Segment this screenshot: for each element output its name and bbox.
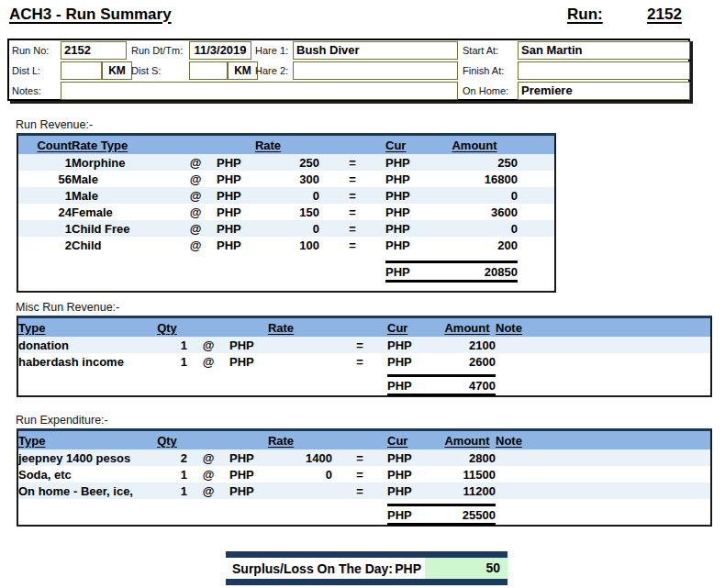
spacer — [518, 171, 554, 187]
cell-note — [496, 466, 633, 483]
finish-at-field[interactable] — [518, 61, 690, 80]
cell-rate: 150 — [268, 204, 319, 220]
surplus-value: 50 — [425, 558, 508, 579]
table-header-row: Count Rate Type Rate Cur Amount — [18, 136, 554, 154]
cell-note — [496, 337, 633, 353]
spacer — [187, 431, 229, 449]
cell-at: @ — [174, 220, 217, 237]
spacer-row — [18, 282, 554, 294]
total-amount: 4700 — [439, 376, 496, 395]
cell-cur: PHP — [385, 187, 431, 204]
run-dt-field[interactable]: 11/3/2019 — [189, 41, 251, 60]
cell-at: @ — [174, 171, 217, 187]
col-header-type: Type — [18, 431, 147, 449]
cell-rate-cur: PHP — [229, 337, 281, 353]
surplus-currency: PHP — [395, 561, 425, 576]
cell-cur: PHP — [385, 220, 431, 237]
table-header-row: Type Qty Rate Cur Amount Note — [18, 318, 710, 337]
cell-rate — [281, 353, 332, 370]
table-row: On home - Beer, ice, 1 @ PHP = PHP 11200 — [18, 483, 710, 499]
spacer — [518, 204, 554, 220]
cell-count: 1 — [18, 220, 72, 237]
cell-rate-cur: PHP — [217, 187, 268, 204]
cell-eq: = — [332, 337, 387, 353]
table-row: 1 Morphine @ PHP 250 = PHP 250 — [18, 154, 554, 171]
start-at-field[interactable]: San Martin — [518, 41, 690, 60]
cell-rate-cur: PHP — [217, 154, 268, 171]
misc-revenue-section-label: Misc Run Revenue:- — [16, 301, 119, 314]
spacer — [633, 466, 710, 483]
spacer — [174, 136, 217, 154]
cell-eq: = — [332, 353, 387, 370]
cell-eq: = — [332, 483, 387, 499]
total-cur: PHP — [387, 376, 439, 395]
spacer — [18, 376, 387, 395]
spacer — [18, 395, 710, 402]
cell-at: @ — [174, 154, 217, 171]
cell-rate-type: Child — [72, 237, 174, 253]
cell-cur: PHP — [387, 337, 439, 353]
on-home-label: On Home: — [463, 85, 508, 96]
spacer — [633, 318, 710, 337]
table-header-row: Type Qty Rate Cur Amount Note — [18, 431, 710, 449]
cell-eq: = — [319, 220, 385, 237]
misc-revenue-table: Type Qty Rate Cur Amount Note donation 1… — [17, 316, 712, 397]
cell-rate-cur: PHP — [229, 449, 281, 466]
spacer — [633, 353, 710, 370]
cell-eq: = — [332, 449, 387, 466]
cell-cur: PHP — [387, 449, 439, 466]
notes-label: Notes: — [12, 85, 41, 96]
run-summary-page: ACH3 - Run Summary Run: 2152 Run No: 215… — [0, 0, 725, 588]
col-header-cur: Cur — [387, 431, 439, 449]
cell-amount: 3600 — [431, 204, 518, 220]
cell-rate: 0 — [268, 187, 319, 204]
cell-qty: 1 — [147, 483, 187, 499]
cell-cur: PHP — [385, 154, 431, 171]
cell-cur: PHP — [385, 237, 431, 253]
cell-note — [496, 483, 633, 499]
cell-cur: PHP — [387, 483, 439, 499]
total-row: PHP 4700 — [18, 376, 710, 395]
run-number: 2152 — [637, 6, 692, 24]
cell-rate: 100 — [268, 237, 319, 253]
cell-type: On home - Beer, ice, — [18, 483, 147, 499]
finish-at-label: Finish At: — [463, 65, 504, 76]
dist-l-field[interactable] — [61, 61, 102, 80]
cell-eq: = — [319, 187, 385, 204]
run-label: Run: — [567, 6, 603, 24]
notes-field[interactable] — [61, 82, 458, 100]
col-header-rate-type: Rate Type — [72, 136, 174, 154]
cell-cur: PHP — [387, 353, 439, 370]
total-cur: PHP — [385, 262, 431, 282]
table-row: 56 Male @ PHP 300 = PHP 16800 — [18, 171, 554, 187]
cell-rate-type: Female — [72, 204, 174, 220]
on-home-field[interactable]: Premiere — [518, 82, 690, 100]
cell-cur: PHP — [385, 171, 431, 187]
cell-at: @ — [187, 466, 229, 483]
cell-amount: 2100 — [439, 337, 496, 353]
cell-amount: 250 — [431, 154, 518, 171]
spacer — [18, 525, 710, 531]
table-row: jeepney 1400 pesos 2 @ PHP 1400 = PHP 28… — [18, 449, 710, 466]
cell-amount: 0 — [431, 187, 518, 204]
cell-amount: 2800 — [439, 449, 496, 466]
run-no-field[interactable]: 2152 — [61, 41, 127, 60]
km-label-l: KM — [102, 61, 132, 80]
cell-qty: 1 — [147, 337, 187, 353]
hare1-field[interactable]: Bush Diver — [293, 41, 458, 60]
hare2-field[interactable] — [293, 61, 458, 80]
spacer — [18, 505, 387, 525]
surplus-label: Surplus/Loss On The Day: — [226, 561, 393, 576]
cell-type: jeepney 1400 pesos — [18, 449, 147, 466]
spacer — [518, 136, 554, 154]
dist-s-field[interactable] — [189, 61, 228, 80]
total-amount: 25500 — [439, 505, 496, 525]
cell-amount: 11200 — [439, 483, 496, 499]
run-no-label: Run No: — [12, 45, 49, 56]
cell-rate-cur: PHP — [217, 171, 268, 187]
col-header-rate: Rate — [229, 431, 332, 449]
total-row: PHP 25500 — [18, 505, 710, 525]
spacer — [518, 187, 554, 204]
km-label-s: KM — [228, 61, 258, 80]
cell-rate-type: Morphine — [72, 154, 174, 171]
